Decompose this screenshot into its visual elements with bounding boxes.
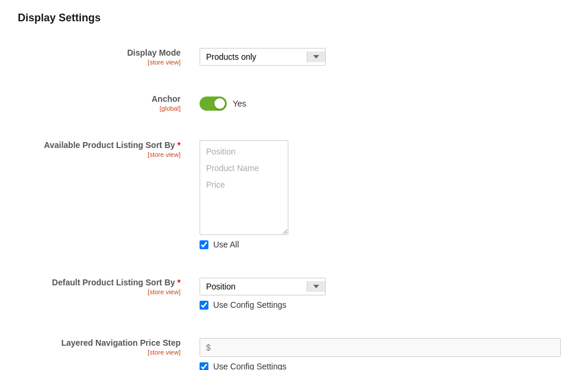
available-sort-option-0: Position: [200, 143, 288, 160]
use-all-label[interactable]: Use All: [213, 240, 239, 249]
price-step-scope: [store view]: [27, 349, 181, 356]
display-mode-dropdown-arrow[interactable]: [307, 52, 325, 62]
page-title: Display Settings: [18, 12, 570, 24]
anchor-toggle-slider: [200, 96, 227, 111]
default-sort-label-cell: Default Product Listing Sort By* [store …: [18, 271, 190, 317]
price-step-label: Layered Navigation Price Step: [27, 338, 181, 348]
anchor-label: Anchor: [27, 94, 181, 104]
available-sort-option-1: Product Name: [200, 160, 288, 176]
price-step-use-config-label[interactable]: Use Config Settings: [213, 362, 287, 370]
available-sort-option-2: Price: [200, 176, 288, 193]
default-sort-dropdown-arrow[interactable]: [307, 281, 325, 292]
default-sort-use-config-label[interactable]: Use Config Settings: [213, 300, 287, 310]
use-all-checkbox[interactable]: [200, 240, 208, 249]
anchor-toggle-wrapper: Yes: [200, 96, 561, 111]
available-sort-multiselect[interactable]: Position Product Name Price: [200, 140, 288, 235]
available-sort-scope: [store view]: [27, 151, 181, 158]
display-mode-select-wrapper: Products only Static block only Static b…: [200, 48, 326, 66]
available-sort-label-cell: Available Product Listing Sort By* [stor…: [18, 133, 190, 256]
available-sort-use-all-row: Use All: [200, 240, 561, 249]
anchor-label-cell: Anchor [global]: [18, 87, 190, 119]
default-sort-use-config-row: Use Config Settings: [200, 300, 561, 310]
display-mode-label: Display Mode: [27, 48, 181, 57]
price-step-use-config-row: Use Config Settings: [200, 362, 561, 370]
available-sort-control: Position Product Name Price Use All: [190, 133, 570, 256]
available-sort-label: Available Product Listing Sort By*: [27, 140, 181, 150]
display-mode-control: Products only Static block only Static b…: [190, 41, 570, 73]
available-sort-required: *: [178, 140, 181, 150]
default-sort-control: Position Product Name Price Use Config S…: [190, 271, 570, 317]
price-step-use-config-checkbox[interactable]: [200, 362, 208, 371]
anchor-toggle[interactable]: [200, 96, 227, 111]
default-sort-label: Default Product Listing Sort By*: [27, 278, 181, 287]
default-sort-scope: [store view]: [27, 288, 181, 295]
price-step-label-cell: Layered Navigation Price Step [store vie…: [18, 331, 190, 370]
default-sort-select[interactable]: Position Product Name Price: [200, 278, 307, 295]
display-mode-scope: [store view]: [27, 59, 181, 66]
price-step-input[interactable]: [200, 338, 561, 357]
anchor-value-label: Yes: [233, 99, 246, 108]
anchor-scope: [global]: [27, 105, 181, 112]
display-mode-select[interactable]: Products only Static block only Static b…: [200, 49, 307, 65]
default-sort-use-config-checkbox[interactable]: [200, 301, 208, 310]
anchor-control: Yes: [190, 87, 570, 119]
default-sort-select-wrapper: Position Product Name Price: [200, 278, 326, 295]
default-sort-required: *: [178, 278, 181, 287]
display-mode-label-cell: Display Mode [store view]: [18, 41, 190, 73]
price-step-control: Use Config Settings: [190, 331, 570, 370]
